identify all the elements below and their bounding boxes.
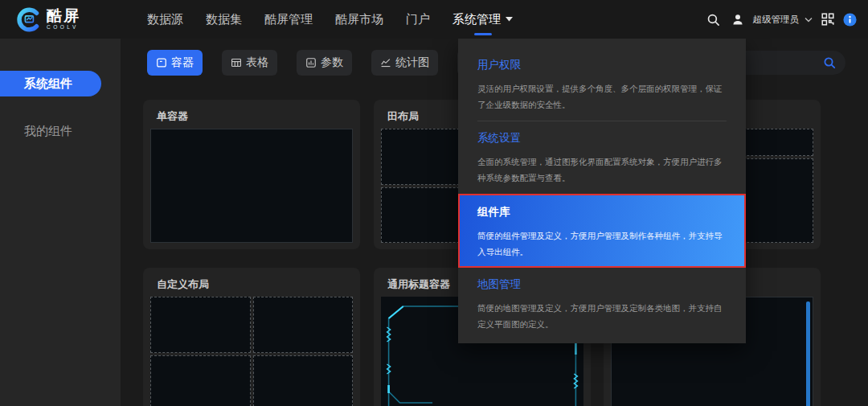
component-card-custom-layout[interactable]: 自定义布局 — [143, 268, 360, 406]
card-title: 单容器 — [150, 106, 353, 129]
tab-table[interactable]: 表格 — [222, 50, 277, 76]
menu-item-title[interactable]: 地图管理 — [477, 277, 727, 292]
chart-icon — [380, 57, 391, 68]
nav-item-dataset[interactable]: 数据集 — [206, 0, 242, 39]
sidebar-item-system-components[interactable]: 系统组件 — [0, 71, 101, 96]
nav-item-coolscreen-management[interactable]: 酷屏管理 — [264, 0, 313, 39]
top-navigation: 数据源 数据集 酷屏管理 酷屏市场 门户 系统管理 — [147, 0, 513, 39]
menu-item-description: 简便的组件管理及定义，方便用户管理及制作各种组件，并支持导入导出组件。 — [477, 228, 727, 260]
brand-name: 酷屏 — [47, 8, 80, 23]
menu-item-description: 简便的地图管理及定义，方便用户管理及定制各类地图，并支持自定义平面图的定义。 — [477, 300, 727, 332]
tab-container[interactable]: 容器 — [147, 50, 203, 76]
user-icon[interactable] — [731, 13, 744, 26]
parameter-icon — [305, 57, 317, 68]
top-bar: 酷屏 COOLV 数据源 数据集 酷屏管理 酷屏市场 门户 系统管理 — [0, 0, 868, 39]
nav-item-system-admin[interactable]: 系统管理 — [452, 0, 513, 39]
tab-parameter[interactable]: 参数 — [297, 50, 352, 76]
container-icon — [156, 57, 167, 68]
topbar-right-tools: 超级管理员 — [706, 0, 858, 39]
card-title: 自定义布局 — [150, 274, 353, 297]
nav-active-underline — [474, 33, 492, 35]
chevron-down-icon[interactable] — [805, 17, 813, 23]
menu-item-user-permissions[interactable]: 用户权限 灵活的用户权限设置，提供多个角度、多个层面的权限管理，保证了企业级数据… — [458, 39, 746, 113]
nav-item-data-source[interactable]: 数据源 — [147, 0, 183, 39]
info-icon[interactable] — [843, 13, 857, 27]
tab-chart-label: 统计图 — [395, 55, 429, 70]
component-card-single-container[interactable]: 单容器 — [143, 100, 360, 249]
caret-down-icon — [506, 17, 513, 22]
sidebar: 系统组件 我的组件 — [0, 39, 121, 406]
nav-item-coolscreen-market[interactable]: 酷屏市场 — [335, 0, 383, 39]
app-logo[interactable]: 酷屏 COOLV — [0, 0, 121, 39]
menu-item-title[interactable]: 组件库 — [477, 205, 727, 219]
nav-item-portal[interactable]: 门户 — [406, 0, 430, 39]
sidebar-item-my-components[interactable]: 我的组件 — [0, 118, 121, 144]
logo-icon — [16, 7, 41, 32]
tab-table-label: 表格 — [246, 55, 268, 70]
qr-code-icon[interactable] — [821, 13, 834, 26]
menu-item-title[interactable]: 用户权限 — [477, 58, 727, 72]
nav-item-system-admin-label: 系统管理 — [452, 12, 501, 27]
tab-parameter-label: 参数 — [321, 55, 343, 70]
menu-item-description: 全面的系统管理，通过图形化界面配置系统对象，方便用户进行多种系统参数配置与查看。 — [477, 154, 727, 186]
search-submit-icon[interactable] — [823, 56, 836, 69]
username: 超级管理员 — [753, 14, 800, 26]
coolv-app: 酷屏 COOLV 数据源 数据集 酷屏管理 酷屏市场 门户 系统管理 — [0, 0, 868, 406]
brand-subtitle: COOLV — [47, 25, 80, 31]
menu-item-title[interactable]: 系统设置 — [477, 131, 727, 146]
search-icon[interactable] — [706, 13, 720, 27]
blue-accent-bar — [806, 301, 810, 406]
tab-chart[interactable]: 统计图 — [371, 50, 438, 76]
tab-container-label: 容器 — [171, 55, 194, 70]
card-preview — [150, 297, 353, 406]
menu-item-component-library[interactable]: 组件库 简便的组件管理及定义，方便用户管理及制作各种组件，并支持导入导出组件。 — [458, 194, 746, 268]
menu-item-description: 灵活的用户权限设置，提供多个角度、多个层面的权限管理，保证了企业级数据的安全性。 — [477, 80, 727, 113]
system-admin-dropdown-menu: 用户权限 灵活的用户权限设置，提供多个角度、多个层面的权限管理，保证了企业级数据… — [458, 39, 746, 343]
menu-item-map-management[interactable]: 地图管理 简便的地图管理及定义，方便用户管理及定制各类地图，并支持自定义平面图的… — [458, 268, 746, 332]
table-icon — [231, 57, 242, 68]
card-preview — [150, 129, 353, 243]
menu-item-system-settings[interactable]: 系统设置 全面的系统管理，通过图形化界面配置系统对象，方便用户进行多种系统参数配… — [458, 121, 746, 186]
